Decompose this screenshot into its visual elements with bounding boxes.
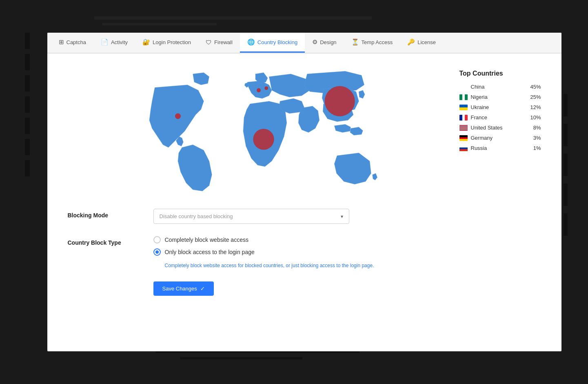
country-name-ukraine: Ukraine	[471, 104, 527, 110]
chevron-down-icon: ▾	[341, 214, 343, 219]
map-section: Top Countries China 45% Nigeria 25% Ukra…	[68, 66, 541, 196]
tab-temp-access[interactable]: ⏳ Temp Access	[344, 33, 400, 53]
top-countries-panel: Top Countries China 45% Nigeria 25% Ukra…	[459, 66, 541, 155]
country-row-germany: Germany 3%	[459, 135, 541, 141]
firewall-icon: 🛡	[206, 39, 212, 46]
flag-nigeria	[459, 94, 468, 100]
tab-bar: ⊞ Captcha 📄 Activity 🔐 Login Protection …	[47, 33, 561, 54]
radio-hint-text: Completely block website access for bloc…	[165, 262, 541, 269]
blocking-mode-control: Disable country based blocking ▾	[153, 209, 541, 224]
radio-complete-block[interactable]: Completely block website access	[153, 236, 541, 243]
main-content-card: ⊞ Captcha 📄 Activity 🔐 Login Protection …	[47, 33, 561, 351]
svg-point-1	[325, 86, 355, 116]
country-block-type-control: Completely block website access Only blo…	[153, 236, 541, 269]
tab-captcha[interactable]: ⊞ Captcha	[51, 33, 93, 53]
country-name-russia: Russia	[471, 145, 530, 151]
save-checkmark-icon: ✓	[200, 286, 205, 292]
country-name-france: France	[471, 114, 527, 121]
tab-design[interactable]: ⚙ Design	[305, 33, 344, 53]
temp-access-icon: ⏳	[351, 38, 359, 46]
activity-icon: 📄	[101, 38, 109, 46]
country-blocking-icon: 🌐	[247, 38, 255, 46]
page-content: Top Countries China 45% Nigeria 25% Ukra…	[47, 54, 561, 320]
tab-license[interactable]: 🔑 License	[400, 33, 443, 53]
tab-country-blocking[interactable]: 🌐 Country Blocking	[240, 33, 305, 53]
radio-label-complete: Completely block website access	[165, 237, 249, 243]
country-pct-china: 45%	[530, 84, 541, 90]
flag-us	[459, 125, 468, 131]
decorative-right-border	[564, 94, 572, 241]
hint-suffix: , or just blocking access to the login p…	[283, 263, 374, 268]
captcha-icon: ⊞	[59, 38, 64, 46]
settings-section: Blocking Mode Disable country based bloc…	[68, 205, 541, 308]
country-pct-us: 8%	[533, 125, 541, 131]
country-block-type-row: Country Block Type Completely block webs…	[68, 236, 541, 269]
tab-login-protection[interactable]: 🔐 Login Protection	[135, 33, 198, 53]
radio-login-block[interactable]: Only block access to the login page	[153, 248, 541, 256]
country-pct-ukraine: 12%	[530, 104, 541, 110]
country-pct-russia: 1%	[533, 145, 541, 151]
country-pct-france: 10%	[530, 114, 541, 121]
svg-point-2	[253, 129, 274, 150]
save-label: Save Changes	[162, 286, 197, 292]
save-button-row: Save Changes ✓	[68, 281, 541, 296]
svg-point-4	[257, 88, 260, 92]
country-block-type-label: Country Block Type	[68, 236, 141, 246]
country-name-us: United States	[471, 125, 530, 131]
world-map-container	[68, 66, 443, 196]
decorative-top-bars	[94, 16, 372, 25]
top-countries-title: Top Countries	[459, 70, 541, 77]
radio-label-login: Only block access to the login page	[165, 249, 255, 255]
country-row-russia: Russia 1%	[459, 145, 541, 151]
flag-china	[459, 84, 468, 90]
hint-prefix: Completely block website access for	[165, 263, 245, 268]
country-row-france: France 10%	[459, 114, 541, 121]
country-name-china: China	[471, 84, 527, 90]
blocking-mode-dropdown[interactable]: Disable country based blocking ▾	[153, 209, 349, 224]
svg-point-5	[264, 87, 268, 90]
decorative-left-border	[25, 33, 43, 221]
design-icon: ⚙	[312, 38, 317, 46]
svg-point-3	[175, 114, 180, 119]
login-protection-icon: 🔐	[142, 38, 150, 46]
blocking-mode-row: Blocking Mode Disable country based bloc…	[68, 209, 541, 224]
save-changes-button[interactable]: Save Changes ✓	[153, 281, 214, 296]
flag-russia	[459, 145, 468, 151]
flag-germany	[459, 135, 468, 141]
tab-activity[interactable]: 📄 Activity	[93, 33, 135, 53]
blocking-mode-label: Blocking Mode	[68, 209, 141, 219]
dropdown-value: Disable country based blocking	[160, 213, 233, 219]
country-pct-nigeria: 25%	[530, 94, 541, 100]
radio-circle-complete	[153, 236, 161, 243]
radio-circle-login	[153, 248, 161, 256]
flag-france	[459, 115, 468, 121]
country-pct-germany: 3%	[533, 135, 541, 141]
radio-group: Completely block website access Only blo…	[153, 236, 541, 269]
flag-ukraine	[459, 105, 468, 110]
country-row-nigeria: Nigeria 25%	[459, 94, 541, 100]
country-row-china: China 45%	[459, 84, 541, 90]
tab-firewall[interactable]: 🛡 Firewall	[198, 33, 240, 53]
country-row-us: United States 8%	[459, 125, 541, 131]
license-icon: 🔑	[407, 38, 415, 46]
world-map-svg	[68, 66, 443, 196]
country-name-germany: Germany	[471, 135, 530, 141]
hint-link: blocked countries	[245, 263, 283, 268]
country-name-nigeria: Nigeria	[471, 94, 527, 100]
country-row-ukraine: Ukraine 12%	[459, 104, 541, 110]
